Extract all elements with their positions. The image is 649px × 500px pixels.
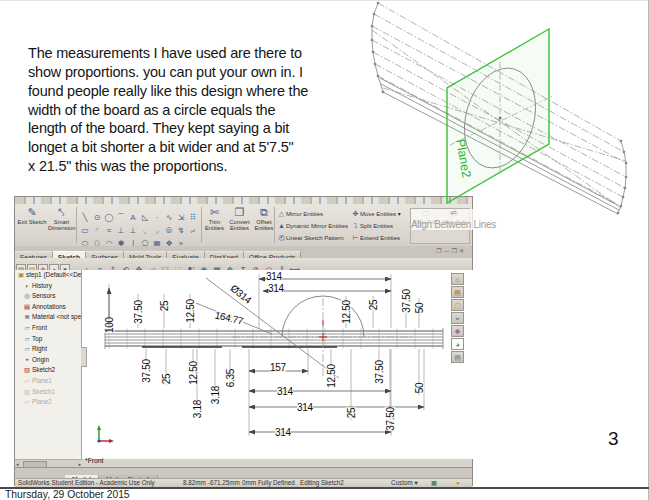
tree-item-sketch1[interactable]: ▨Sketch1 bbox=[15, 387, 81, 398]
tree-item-origin[interactable]: ⌖Origin bbox=[15, 355, 81, 366]
smart-dimension-icon: ⤣ bbox=[48, 206, 75, 219]
board-profile-lines[interactable] bbox=[105, 328, 443, 349]
tree-item-step1-default-defa[interactable]: ▣step1 (Default<<Defa bbox=[15, 270, 81, 281]
annotations-icon: ▤ bbox=[23, 302, 31, 313]
help-status-icon[interactable]: ● bbox=[456, 479, 460, 487]
tree-item-right[interactable]: ▱Right bbox=[15, 344, 81, 355]
board-3d-wireframe: Plane2 bbox=[335, 0, 649, 238]
dimension-50[interactable]: 50 bbox=[414, 383, 425, 394]
dimension-12.50[interactable]: 12.50 bbox=[185, 299, 196, 323]
dimension-3.18[interactable]: 3.18 bbox=[192, 400, 203, 418]
tree-item-label: Sensors bbox=[32, 292, 55, 299]
edition-text: SolidWorks Student Edition - Academic Us… bbox=[18, 479, 155, 487]
dimension-25[interactable]: 25 bbox=[159, 301, 170, 312]
mirror-entities-icon: △ bbox=[277, 208, 286, 220]
sensors-icon: ◎ bbox=[23, 291, 31, 302]
plane-icon: ▱ bbox=[23, 344, 31, 355]
convert-entities-button[interactable]: ❐ Convert Entities bbox=[227, 206, 252, 232]
coord-x: 8.82mm bbox=[183, 479, 206, 487]
dimension-37.50[interactable]: 37.50 bbox=[374, 360, 385, 384]
coord-z: 0mm bbox=[242, 479, 256, 487]
tree-item-plane1[interactable]: ▱Plane1 bbox=[15, 376, 81, 387]
search-tab[interactable]: ➢ bbox=[451, 312, 464, 324]
slide-paragraph: The measurements I have used are there t… bbox=[28, 44, 373, 176]
exit-sketch-button[interactable]: ✎ Exit Sketch bbox=[17, 206, 47, 225]
tree-item-sketch2[interactable]: ▨Sketch2 bbox=[15, 365, 81, 376]
smart-dimension-label: Smart Dimension bbox=[48, 219, 75, 232]
trim-small-icon[interactable]: ⨬ bbox=[187, 224, 199, 237]
dimension-25[interactable]: 25 bbox=[161, 374, 172, 385]
tree-item-plane2[interactable]: ▱Plane2 bbox=[15, 397, 81, 408]
dimension-12.50[interactable]: 12.50 bbox=[188, 361, 199, 385]
view-palette-tab[interactable]: ❖ bbox=[451, 325, 464, 337]
tree-item-top[interactable]: ▱Top bbox=[15, 334, 81, 345]
offset-entities-icon: ⧉ bbox=[253, 206, 275, 219]
sheet-status-icon[interactable]: ▦ bbox=[431, 479, 437, 487]
dimension-37.50[interactable]: 37.50 bbox=[401, 289, 412, 313]
tree-item-label: Origin bbox=[32, 356, 49, 363]
dimension-314[interactable]: 314 bbox=[275, 427, 291, 438]
sketch-state: Fully Defined bbox=[258, 479, 295, 487]
feature-manager-tree: ▣step1 (Default<<Defa◗History◎Sensors▤An… bbox=[15, 270, 82, 459]
tree-item-label: Sketch2 bbox=[32, 366, 55, 373]
dimension-25[interactable]: 25 bbox=[368, 300, 379, 311]
tree-item-label: Front bbox=[32, 324, 47, 331]
solidworks-resources-tab[interactable]: ⌂ bbox=[451, 273, 464, 285]
dimension-100[interactable]: 100 bbox=[104, 317, 115, 333]
dimension-314[interactable]: 314 bbox=[277, 386, 293, 397]
convert-entities-icon: ❐ bbox=[227, 206, 252, 219]
task-pane-tab-strip: ⌂▤▢➢❖◕▤ bbox=[451, 273, 465, 364]
dimension-314[interactable]: 314 bbox=[268, 283, 284, 294]
design-library-tab[interactable]: ▤ bbox=[451, 286, 464, 298]
tree-item-label: History bbox=[32, 282, 52, 289]
tree-item-label: Right bbox=[32, 345, 47, 352]
plane-icon: ▱ bbox=[23, 334, 31, 345]
dynamic-mirror-icon: ▲ bbox=[277, 220, 286, 232]
file-explorer-tab[interactable]: ▢ bbox=[451, 299, 464, 311]
dimension-314[interactable]: 314 bbox=[266, 271, 282, 282]
exit-sketch-label: Exit Sketch bbox=[17, 219, 47, 225]
tree-item-annotations[interactable]: ▤Annotations bbox=[15, 302, 81, 313]
dimension-3.18[interactable]: 3.18 bbox=[210, 386, 221, 404]
custom-properties-tab[interactable]: ▤ bbox=[451, 351, 464, 363]
origin-triad bbox=[97, 425, 114, 443]
offset-entities-button[interactable]: ⧉ Offset Entities bbox=[253, 206, 275, 232]
plane-icon: ▱ bbox=[23, 323, 31, 334]
dock-window-controls[interactable]: ❐―❐✕ bbox=[436, 247, 466, 254]
sketch-icon: ▨ bbox=[23, 365, 31, 376]
tree-item-material-not-specifie[interactable]: ≣Material <not specifie bbox=[15, 312, 81, 323]
appearances-tab[interactable]: ◕ bbox=[451, 338, 464, 350]
origin-icon: ⌖ bbox=[23, 355, 31, 366]
tree-item-label: Sketch1 bbox=[32, 388, 55, 395]
tree-item-sensors[interactable]: ◎Sensors bbox=[15, 291, 81, 302]
dimension-25[interactable]: 25 bbox=[346, 408, 357, 419]
dimension-37.50[interactable]: 37.50 bbox=[385, 407, 396, 431]
history-icon: ◗ bbox=[23, 281, 31, 292]
dimension-37.50[interactable]: 37.50 bbox=[133, 300, 144, 324]
editing-label: Editing Sketch2 bbox=[300, 479, 344, 487]
tree-item-label: step1 (Default<<Defa bbox=[26, 271, 81, 278]
tree-item-front[interactable]: ▱Front bbox=[15, 323, 81, 334]
tree-item-label: Annotations bbox=[32, 303, 66, 310]
dimension-50[interactable]: 50 bbox=[414, 303, 425, 314]
dimension-6.35[interactable]: 6.35 bbox=[225, 369, 236, 387]
convert-entities-label: Convert Entities bbox=[227, 219, 252, 232]
page-number: 3 bbox=[608, 428, 619, 450]
tree-item-label: Plane1 bbox=[32, 377, 52, 384]
trim-entities-label: Trim Entities bbox=[203, 219, 226, 232]
status-bar: SolidWorks Student Edition - Academic Us… bbox=[15, 478, 472, 487]
dimension-314[interactable]: 314 bbox=[297, 402, 313, 413]
dimension-12.50[interactable]: 12.50 bbox=[326, 364, 337, 388]
graphics-area[interactable]: 10037.502512.50314314Ø314164.7712.502537… bbox=[82, 270, 474, 459]
tree-item-history[interactable]: ◗History bbox=[15, 281, 81, 292]
presentation-slide: The measurements I have used are there t… bbox=[0, 0, 649, 500]
dimension-12.50[interactable]: 12.50 bbox=[341, 300, 352, 324]
dimension-157[interactable]: 157 bbox=[270, 362, 286, 373]
smart-dimension-button[interactable]: ⤣ Smart Dimension bbox=[48, 206, 75, 232]
dimension-37.50[interactable]: 37.50 bbox=[141, 359, 152, 383]
custom-dropdown[interactable]: Custom ▾ bbox=[391, 479, 418, 487]
tree-item-label: Material <not specifie bbox=[32, 313, 81, 320]
trim-entities-icon: ✄ bbox=[203, 206, 226, 219]
panel-splitter-handle[interactable] bbox=[81, 347, 87, 367]
trim-entities-button[interactable]: ✄ Trim Entities bbox=[203, 206, 226, 232]
